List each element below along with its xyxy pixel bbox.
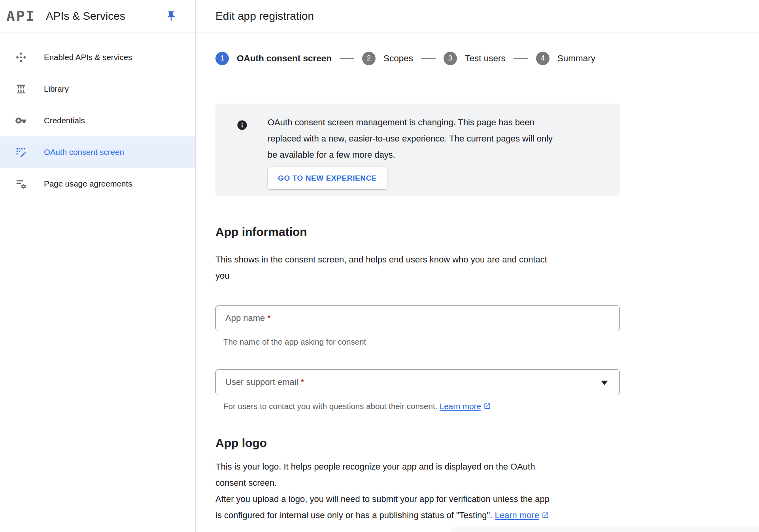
- learn-more-link[interactable]: Learn more: [495, 510, 540, 520]
- external-link-icon: [542, 508, 549, 515]
- sidebar-item-label: Page usage agreements: [44, 179, 132, 189]
- step-label: Test users: [465, 53, 506, 64]
- go-to-new-experience-button[interactable]: GO TO NEW EXPERIENCE: [268, 167, 387, 189]
- page-title: Edit app registration: [215, 10, 314, 23]
- external-link-icon: [483, 402, 491, 410]
- app-name-placeholder: App name: [225, 313, 265, 323]
- step-number-badge: 4: [536, 52, 549, 65]
- step-oauth-consent-screen[interactable]: 1 OAuth consent screen: [215, 52, 332, 65]
- chevron-down-icon[interactable]: [601, 381, 608, 385]
- pin-icon[interactable]: [165, 10, 177, 22]
- app-logo-description: This is your logo. It helps people recog…: [215, 458, 634, 523]
- step-label: Scopes: [383, 53, 413, 64]
- step-summary[interactable]: 4 Summary: [536, 52, 595, 65]
- step-label: Summary: [557, 53, 595, 64]
- enabled-apis-icon: [15, 51, 27, 63]
- page-usage-icon: [15, 178, 27, 190]
- app-name-input[interactable]: App name *: [215, 305, 620, 331]
- app-information-description: This shows in the consent screen, and he…: [215, 251, 634, 284]
- page-header: Edit app registration: [196, 0, 759, 32]
- sidebar-item-page-usage-agreements[interactable]: Page usage agreements: [0, 168, 195, 200]
- step-scopes[interactable]: 2 Scopes: [362, 52, 413, 65]
- sidebar-title: APIs & Services: [46, 10, 165, 23]
- step-number-badge: 1: [215, 52, 229, 65]
- sidebar-item-label: OAuth consent screen: [44, 147, 124, 157]
- app-information-heading: App information: [215, 225, 307, 239]
- stepper: 1 OAuth consent screen 2 Scopes 3 Test u…: [196, 33, 759, 84]
- required-marker: *: [301, 377, 304, 387]
- sidebar-item-library[interactable]: Library: [0, 73, 195, 105]
- sidebar-item-label: Enabled APIs & services: [44, 53, 132, 62]
- stepper-connector: [514, 58, 528, 59]
- sidebar-item-enabled-apis[interactable]: Enabled APIs & services: [0, 42, 195, 73]
- required-marker: *: [267, 313, 271, 323]
- sidebar-item-label: Library: [44, 84, 69, 94]
- app-logo-heading: App logo: [215, 436, 267, 450]
- sidebar-item-credentials[interactable]: Credentials: [0, 105, 195, 136]
- bottom-sheet-edge: [451, 526, 759, 532]
- sidebar-item-label: Credentials: [44, 116, 85, 125]
- learn-more-link[interactable]: Learn more: [440, 402, 481, 411]
- stepper-connector: [421, 58, 436, 59]
- banner-message: OAuth consent screen management is chang…: [268, 114, 616, 163]
- step-number-badge: 3: [444, 52, 457, 65]
- user-support-email-placeholder: User support email: [225, 377, 298, 387]
- library-icon: [15, 83, 27, 95]
- api-logo: API: [6, 8, 36, 24]
- user-support-email-helper-text: For users to contact you with questions …: [223, 402, 440, 411]
- sidebar-nav: Enabled APIs & services Library: [0, 42, 195, 200]
- user-support-email-helper: For users to contact you with questions …: [223, 402, 619, 411]
- sidebar: API APIs & Services Enabled APIs & servi: [0, 0, 196, 532]
- info-icon: [236, 119, 248, 131]
- app-root: API APIs & Services Enabled APIs & servi: [0, 0, 759, 532]
- info-banner: OAuth consent screen management is chang…: [215, 104, 620, 196]
- user-support-email-select[interactable]: User support email *: [215, 369, 620, 395]
- app-name-helper: The name of the app asking for consent: [223, 337, 619, 347]
- sidebar-item-oauth-consent-screen[interactable]: OAuth consent screen: [0, 136, 195, 168]
- step-test-users[interactable]: 3 Test users: [444, 52, 506, 65]
- key-icon: [15, 115, 27, 126]
- sidebar-header: API APIs & Services: [0, 0, 195, 32]
- oauth-consent-icon: [15, 146, 27, 158]
- step-label: OAuth consent screen: [237, 53, 332, 64]
- step-number-badge: 2: [362, 52, 376, 65]
- stepper-connector: [340, 58, 354, 59]
